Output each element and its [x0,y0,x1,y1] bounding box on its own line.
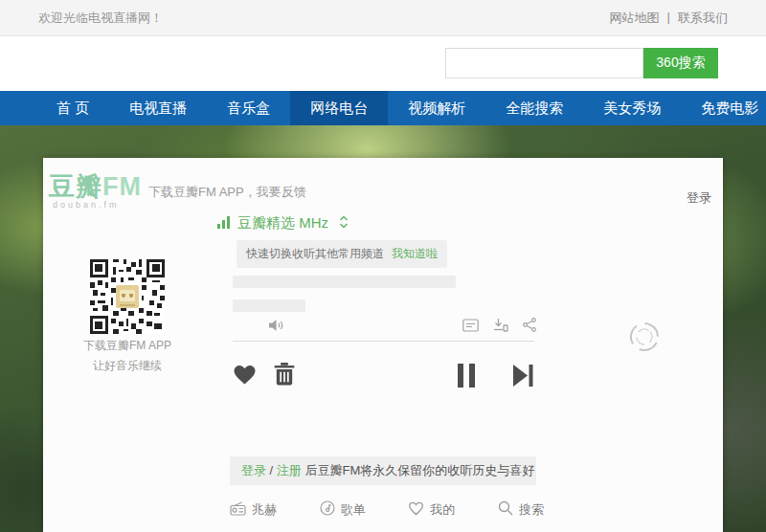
search-icon [498,500,513,519]
like-heart-button[interactable] [233,365,257,389]
contact-link[interactable]: 联系我们 [678,10,728,27]
logo-fm-text: FM [102,172,142,201]
tooltip-dismiss-link[interactable]: 我知道啦 [392,247,438,260]
share-icon[interactable] [523,318,536,332]
signal-bars-icon [217,215,231,232]
notice-rest-text: 后豆瓣FM将永久保留你的收听历史与喜好 [302,463,534,477]
lyrics-icon[interactable] [462,319,479,332]
bottom-nav-search[interactable]: 搜索 [498,500,544,519]
sitemap-link[interactable]: 网站地图 [610,10,660,27]
radio-icon [230,501,246,519]
artist-placeholder [233,299,305,312]
progress-bar[interactable] [233,341,534,342]
fm-bottom-nav: 兆赫 歌单 [230,500,544,519]
heart-outline-icon [408,501,424,519]
douban-fm-logo[interactable]: 豆瓣FM [49,169,142,204]
logo-domain-text: douban.fm [53,200,120,210]
logo-cn-text: 豆瓣 [49,172,102,201]
channel-selector[interactable]: 豆瓣精选 MHz [217,214,349,233]
main-nav: 首 页 电视直播 音乐盒 网络电台 视频解析 全能搜索 美女秀场 免费电影 优惠… [0,91,766,125]
topbar-links: 网站地图 | 联系我们 [610,10,728,27]
tooltip-message: 快速切换收听其他常用频道 [246,247,384,260]
bottom-nav-label: 歌单 [341,501,366,519]
qr-code [90,259,165,334]
search-360-button[interactable]: 360搜索 [643,48,718,78]
login-notice: 登录 / 注册 后豆瓣FM将永久保留你的收听历史与喜好 [230,456,536,485]
nav-item-video-parse[interactable]: 视频解析 [388,91,485,125]
chevron-updown-icon [339,215,349,232]
bottom-nav-label: 兆赫 [252,501,277,519]
song-title-placeholder [233,276,456,288]
douban-fm-panel: 豆瓣FM douban.fm 下载豆瓣FM APP，我要反馈 登录 豆瓣精选 M… [43,158,723,532]
player-icon-row [233,318,536,335]
qr-block: 下载豆瓣FM APP 让好音乐继续 [70,259,185,374]
notice-login-link[interactable]: 登录 [241,463,266,477]
forest-background: 豆瓣FM douban.fm 下载豆瓣FM APP，我要反馈 登录 豆瓣精选 M… [0,125,766,532]
feedback-link[interactable]: 我要反馈 [257,185,306,199]
volume-icon[interactable] [269,319,285,336]
notice-register-link[interactable]: 注册 [277,463,302,477]
trash-button[interactable] [274,363,295,389]
download-icon[interactable] [493,318,508,332]
nav-item-music-box[interactable]: 音乐盒 [207,91,290,125]
player-controls [233,363,536,389]
bottom-nav-label: 我的 [430,501,455,519]
header-separator: ， [244,185,257,199]
loading-spinner-icon [627,320,662,354]
channel-tooltip: 快速切换收听其他常用频道我知道啦 [237,240,447,268]
page: 欢迎光临电视直播网！ 网站地图 | 联系我们 360搜索 首 页 电视直播 音乐… [0,0,766,532]
nav-item-beauty-show[interactable]: 美女秀场 [583,91,681,125]
bottom-nav-label: 搜索 [519,501,544,519]
nav-item-tv-live[interactable]: 电视直播 [109,91,207,125]
bottom-nav-mhz[interactable]: 兆赫 [230,500,277,519]
bottom-nav-mine[interactable]: 我的 [408,500,455,519]
pause-button[interactable] [456,364,478,391]
search-form: 360搜索 [445,48,718,78]
qr-caption-line2: 让好音乐继续 [70,358,185,374]
fm-header-links: 下载豆瓣FM APP，我要反馈 [148,184,306,201]
download-app-link[interactable]: 下载豆瓣FM APP [148,185,244,199]
player-secondary-icons [462,318,536,332]
nav-item-all-search[interactable]: 全能搜索 [485,91,583,125]
qr-caption-line1: 下载豆瓣FM APP [70,338,185,354]
topbar-divider: | [667,10,670,27]
nav-item-home[interactable]: 首 页 [36,91,109,125]
player-area [233,271,536,400]
top-utility-bar: 欢迎光临电视直播网！ 网站地图 | 联系我们 [0,0,766,36]
bottom-nav-playlist[interactable]: 歌单 [320,500,366,519]
search-input[interactable] [445,48,643,78]
nav-item-web-radio[interactable]: 网络电台 [290,91,388,125]
notice-slash: / [266,463,277,477]
search-section: 360搜索 [0,36,766,91]
next-track-button[interactable] [513,364,533,391]
playlist-icon [320,500,335,519]
fm-login-link[interactable]: 登录 [687,189,711,207]
nav-item-free-movies[interactable]: 免费电影 [681,91,766,125]
welcome-text: 欢迎光临电视直播网！ [38,10,163,27]
channel-name: 豆瓣精选 MHz [237,214,328,233]
